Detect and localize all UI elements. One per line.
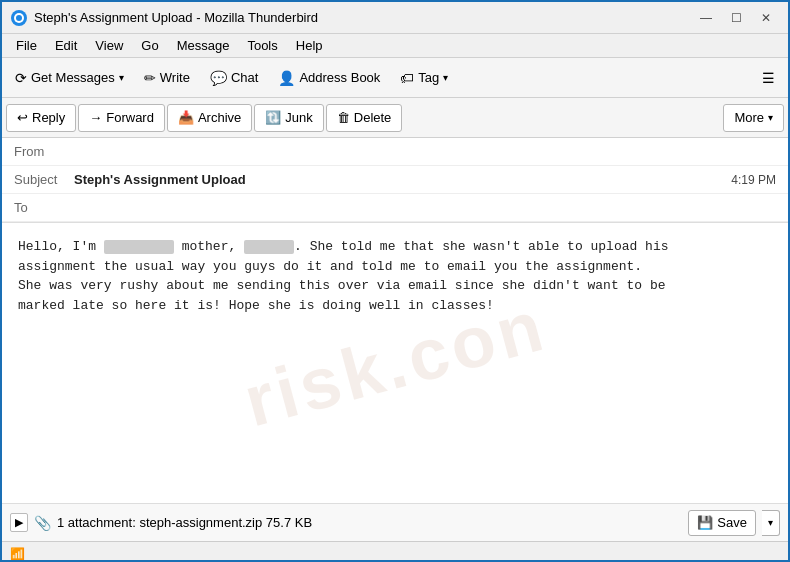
window-title: Steph's Assignment Upload - Mozilla Thun… xyxy=(34,10,692,25)
to-row: To xyxy=(2,194,788,222)
chat-icon: 💬 xyxy=(210,70,227,86)
close-button[interactable]: ✕ xyxy=(752,8,780,28)
address-book-icon: 👤 xyxy=(278,70,295,86)
delete-icon: 🗑 xyxy=(337,110,350,125)
body-text-2: mother, xyxy=(174,239,244,254)
attachment-bar: ▶ 📎 1 attachment: steph-assignment.zip 7… xyxy=(2,503,788,541)
titlebar: Steph's Assignment Upload - Mozilla Thun… xyxy=(2,2,788,34)
menubar: File Edit View Go Message Tools Help xyxy=(2,34,788,58)
svg-point-2 xyxy=(16,15,22,21)
from-label: From xyxy=(14,144,74,159)
chat-button[interactable]: 💬 Chat xyxy=(201,63,267,93)
tag-button[interactable]: 🏷 Tag ▾ xyxy=(391,63,457,93)
subject-value: Steph's Assignment Upload xyxy=(74,172,731,187)
delete-button[interactable]: 🗑 Delete xyxy=(326,104,403,132)
reply-label: Reply xyxy=(32,110,65,125)
maximize-button[interactable]: ☐ xyxy=(722,8,750,28)
menu-file[interactable]: File xyxy=(8,36,45,55)
minimize-button[interactable]: — xyxy=(692,8,720,28)
body-paragraph-1: Hello, I'm mother, . She told me that sh… xyxy=(18,237,772,257)
redacted-name-1 xyxy=(104,240,174,254)
hamburger-icon: ☰ xyxy=(762,70,775,86)
write-button[interactable]: ✏ Write xyxy=(135,63,199,93)
attachment-count: 1 attachment: steph-assignment.zip xyxy=(57,515,262,530)
forward-label: Forward xyxy=(106,110,154,125)
menu-go[interactable]: Go xyxy=(133,36,166,55)
forward-button[interactable]: → Forward xyxy=(78,104,165,132)
to-label: To xyxy=(14,200,74,215)
reply-button[interactable]: ↩ Reply xyxy=(6,104,76,132)
from-row: From xyxy=(2,138,788,166)
subject-row: Subject Steph's Assignment Upload 4:19 P… xyxy=(2,166,788,194)
redacted-name-2 xyxy=(244,240,294,254)
body-paragraph-3: She was very rushy about me sending this… xyxy=(18,276,772,296)
more-dropdown-arrow: ▾ xyxy=(768,112,773,123)
reply-icon: ↩ xyxy=(17,110,28,125)
body-paragraph-4: marked late so here it is! Hope she is d… xyxy=(18,296,772,316)
main-toolbar: ⟳ Get Messages ▾ ✏ Write 💬 Chat 👤 Addres… xyxy=(2,58,788,98)
wifi-icon: 📶 xyxy=(10,547,25,561)
save-dropdown-arrow[interactable]: ▾ xyxy=(762,510,780,536)
menu-button[interactable]: ☰ xyxy=(753,63,784,93)
junk-button[interactable]: 🔃 Junk xyxy=(254,104,323,132)
menu-message[interactable]: Message xyxy=(169,36,238,55)
get-messages-label: Get Messages xyxy=(31,70,115,85)
body-paragraph-2: assignment the usual way you guys do it … xyxy=(18,257,772,277)
forward-icon: → xyxy=(89,110,102,125)
app-icon xyxy=(10,9,28,27)
junk-icon: 🔃 xyxy=(265,110,281,125)
email-content-area: risk.con Hello, I'm mother, . She told m… xyxy=(2,223,788,503)
tag-label: Tag xyxy=(418,70,439,85)
menu-view[interactable]: View xyxy=(87,36,131,55)
get-messages-button[interactable]: ⟳ Get Messages ▾ xyxy=(6,63,133,93)
email-time: 4:19 PM xyxy=(731,173,776,187)
email-header: From Subject Steph's Assignment Upload 4… xyxy=(2,138,788,223)
window-controls: — ☐ ✕ xyxy=(692,8,780,28)
menu-edit[interactable]: Edit xyxy=(47,36,85,55)
paperclip-icon: 📎 xyxy=(34,515,51,531)
email-body: Hello, I'm mother, . She told me that sh… xyxy=(2,223,788,503)
action-toolbar: ↩ Reply → Forward 📥 Archive 🔃 Junk 🗑 Del… xyxy=(2,98,788,138)
chat-label: Chat xyxy=(231,70,258,85)
attachment-expand-button[interactable]: ▶ xyxy=(10,513,28,532)
save-icon: 💾 xyxy=(697,515,713,530)
get-messages-icon: ⟳ xyxy=(15,70,27,86)
get-messages-dropdown-arrow: ▾ xyxy=(119,72,124,83)
body-text-3: . She told me that she wasn't able to up… xyxy=(294,239,668,254)
tag-dropdown-arrow: ▾ xyxy=(443,72,448,83)
menu-tools[interactable]: Tools xyxy=(239,36,285,55)
address-book-button[interactable]: 👤 Address Book xyxy=(269,63,389,93)
write-label: Write xyxy=(160,70,190,85)
menu-help[interactable]: Help xyxy=(288,36,331,55)
junk-label: Junk xyxy=(285,110,312,125)
save-label: Save xyxy=(717,515,747,530)
archive-label: Archive xyxy=(198,110,241,125)
delete-label: Delete xyxy=(354,110,392,125)
archive-icon: 📥 xyxy=(178,110,194,125)
more-button[interactable]: More ▾ xyxy=(723,104,784,132)
archive-button[interactable]: 📥 Archive xyxy=(167,104,252,132)
more-label: More xyxy=(734,110,764,125)
attachment-text: 1 attachment: steph-assignment.zip 75.7 … xyxy=(57,515,682,530)
tag-icon: 🏷 xyxy=(400,70,414,86)
body-text-1: Hello, I'm xyxy=(18,239,104,254)
save-button[interactable]: 💾 Save xyxy=(688,510,756,536)
subject-label: Subject xyxy=(14,172,74,187)
statusbar: 📶 xyxy=(2,541,788,562)
address-book-label: Address Book xyxy=(299,70,380,85)
write-icon: ✏ xyxy=(144,70,156,86)
attachment-size: 75.7 KB xyxy=(266,515,312,530)
